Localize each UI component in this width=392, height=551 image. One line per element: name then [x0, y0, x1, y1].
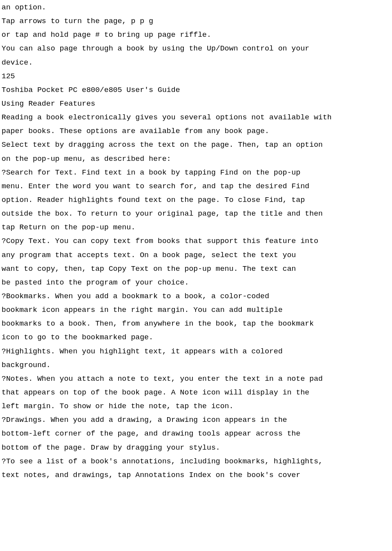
text-line: tap Return on the pop-up menu.: [2, 221, 390, 234]
text-line: ?Highlights. When you highlight text, it…: [2, 345, 390, 358]
text-line: ?Bookmarks. When you add a bookmark to a…: [2, 290, 390, 303]
text-line: on the pop-up menu, as described here:: [2, 152, 390, 166]
text-line: left margin. To show or hide the note, t…: [2, 400, 390, 413]
text-line: bookmark icon appears in the right margi…: [2, 303, 390, 317]
text-line: Reading a book electronically gives you …: [2, 111, 390, 124]
page-number: 125: [2, 70, 390, 83]
document-body: an option. Tap arrows to turn the page, …: [2, 1, 390, 482]
text-line: any program that accepts text. On a book…: [2, 248, 390, 262]
text-line: bottom-left corner of the page, and draw…: [2, 427, 390, 441]
text-line: icon to go to the bookmarked page.: [2, 331, 390, 344]
text-line: that appears on top of the book page. A …: [2, 386, 390, 400]
text-line: background.: [2, 358, 390, 372]
text-line: device.: [2, 56, 390, 70]
text-line: text notes, and drawings, tap Annotation…: [2, 468, 390, 482]
text-line: ?To see a list of a book's annotations, …: [2, 455, 390, 468]
text-line: or tap and hold page # to bring up page …: [2, 28, 390, 42]
text-line: bookmarks to a book. Then, from anywhere…: [2, 317, 390, 331]
text-line: You can also page through a book by usin…: [2, 42, 390, 56]
text-line: option. Reader highlights found text on …: [2, 193, 390, 207]
text-line: an option.: [2, 1, 390, 14]
section-heading: Using Reader Features: [2, 97, 390, 111]
text-line: want to copy, then, tap Copy Text on the…: [2, 262, 390, 276]
guide-title: Toshiba Pocket PC e800/e805 User's Guide: [2, 83, 390, 97]
text-line: bottom of the page. Draw by dragging you…: [2, 441, 390, 455]
text-line: Tap arrows to turn the page, p p g: [2, 14, 390, 28]
text-line: ?Notes. When you attach a note to text, …: [2, 372, 390, 386]
text-line: paper books. These options are available…: [2, 124, 390, 138]
text-line: ?Copy Text. You can copy text from books…: [2, 234, 390, 248]
text-line: outside the box. To return to your origi…: [2, 207, 390, 221]
text-line: ?Search for Text. Find text in a book by…: [2, 166, 390, 180]
text-line: be pasted into the program of your choic…: [2, 276, 390, 290]
text-line: menu. Enter the word you want to search …: [2, 180, 390, 193]
text-line: Select text by dragging across the text …: [2, 138, 390, 152]
text-line: ?Drawings. When you add a drawing, a Dra…: [2, 413, 390, 427]
